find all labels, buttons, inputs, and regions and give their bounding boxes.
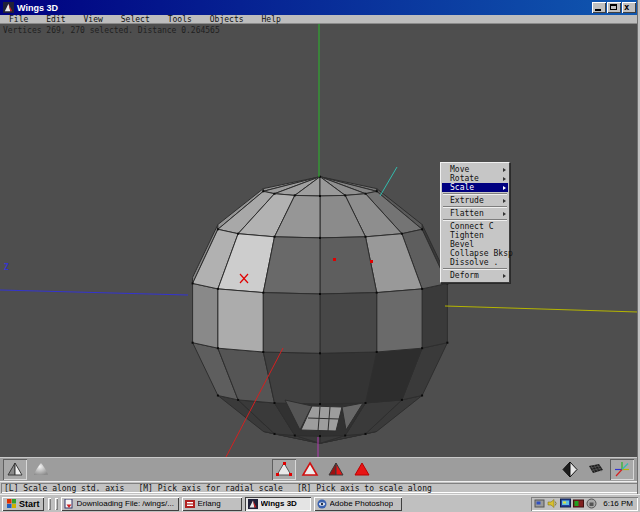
start-button[interactable]: Start: [2, 497, 44, 511]
menu-help[interactable]: Help: [253, 15, 290, 24]
task-erlang[interactable]: Erlang: [182, 497, 242, 511]
submenu-arrow-icon: [503, 186, 506, 190]
axis-label-z: Z: [4, 263, 9, 272]
submenu-arrow-icon: [503, 212, 506, 216]
scene-canvas[interactable]: Z: [0, 24, 640, 457]
minimize-button[interactable]: [592, 2, 606, 13]
task-downloading-file[interactable]: Downloading File: /wings/...: [61, 497, 179, 511]
menu-tools[interactable]: Tools: [159, 15, 201, 24]
status-hint-middle: [M] Pick axis for radial scale: [138, 484, 283, 493]
submenu-arrow-icon: [503, 199, 506, 203]
vertex-select-mode-icon: [275, 461, 293, 478]
status-hint-left: [L] Scale along std. axis: [4, 484, 124, 493]
viewport[interactable]: Z Vertices 269, 270 selected. Distance 0…: [0, 24, 640, 457]
window-title: Wings 3D: [17, 3, 592, 13]
task-wings3d[interactable]: Wings 3D: [245, 497, 311, 511]
erlang-icon: [185, 499, 195, 509]
context-menu-item-connect[interactable]: ConnectC: [442, 222, 508, 231]
quicklaunch-grip[interactable]: [48, 498, 51, 510]
system-tray: 6:16 PM: [531, 497, 638, 511]
context-menu: Move Rotate Scale Extrude Flatten Connec…: [440, 162, 510, 283]
separator: [443, 219, 507, 221]
restore-button[interactable]: [607, 2, 621, 13]
perspective-button[interactable]: [558, 459, 582, 480]
menu-select[interactable]: Select: [112, 15, 159, 24]
show-axes-button[interactable]: [610, 459, 634, 480]
toolbar: [0, 457, 640, 481]
perspective-icon: [561, 461, 579, 478]
status-hint-right: [R] Pick axis to scale along: [297, 484, 432, 493]
status-bar: [L] Scale along std. axis [M] Pick axis …: [0, 481, 640, 494]
menu-objects[interactable]: Objects: [201, 15, 253, 24]
minimize-icon: [595, 9, 601, 11]
context-menu-item-collapse[interactable]: CollapseBksp: [442, 249, 508, 258]
title-bar[interactable]: Wings 3D x: [0, 0, 640, 15]
close-button[interactable]: x: [622, 2, 636, 13]
context-menu-item-extrude[interactable]: Extrude: [442, 196, 508, 205]
windows-logo-icon: [6, 498, 17, 509]
context-menu-item-dissolve[interactable]: Dissolve.: [442, 258, 508, 267]
submenu-arrow-icon: [503, 274, 506, 278]
wings3d-icon: [248, 499, 258, 509]
close-icon: x: [624, 3, 629, 12]
menu-view[interactable]: View: [75, 15, 112, 24]
context-menu-item-scale[interactable]: Scale: [442, 183, 508, 192]
quicklaunch-grip[interactable]: [55, 498, 58, 510]
restore-icon: [610, 4, 617, 10]
clock: 6:16 PM: [603, 499, 633, 508]
tray-device-icon[interactable]: [534, 498, 545, 509]
flat-shading-icon: [6, 461, 24, 478]
tray-network-icon[interactable]: [573, 498, 584, 509]
download-icon: [64, 499, 74, 509]
smooth-shading-icon: [32, 461, 50, 478]
submenu-arrow-icon: [503, 168, 506, 172]
info-line: Vertices 269, 270 selected. Distance 0.2…: [3, 26, 220, 35]
edge-select-mode-icon: [301, 461, 319, 478]
context-menu-item-flatten[interactable]: Flatten: [442, 209, 508, 218]
face-select-mode-button[interactable]: [324, 459, 348, 480]
wings3d-app-icon: [3, 2, 14, 13]
context-menu-item-tighten[interactable]: Tighten: [442, 231, 508, 240]
desktop: Wings 3D x File Edit View Select Tools O…: [0, 0, 640, 512]
context-menu-item-bevel[interactable]: Bevel: [442, 240, 508, 249]
menu-file[interactable]: File: [0, 15, 37, 24]
show-axes-icon: [613, 461, 631, 478]
edge-select-mode-button[interactable]: [298, 459, 322, 480]
vertex-select-mode-button[interactable]: [272, 459, 296, 480]
menu-bar: File Edit View Select Tools Objects Help: [0, 15, 640, 24]
context-menu-item-deform[interactable]: Deform: [442, 271, 508, 280]
flat-shading-button[interactable]: [3, 459, 27, 480]
smooth-shading-button[interactable]: [29, 459, 53, 480]
tray-display-icon[interactable]: [560, 498, 571, 509]
body-select-mode-button[interactable]: [350, 459, 374, 480]
separator: [443, 206, 507, 208]
context-menu-item-rotate[interactable]: Rotate: [442, 174, 508, 183]
wireframe-button[interactable]: [584, 459, 608, 480]
context-menu-item-move[interactable]: Move: [442, 165, 508, 174]
face-select-mode-icon: [327, 461, 345, 478]
submenu-arrow-icon: [503, 177, 506, 181]
body-select-mode-icon: [353, 461, 371, 478]
tray-volume-icon[interactable]: [547, 498, 558, 509]
photoshop-icon: [317, 499, 327, 509]
tray-security-icon[interactable]: [586, 498, 597, 509]
separator: [443, 193, 507, 195]
task-photoshop[interactable]: Adobe Photoshop: [314, 497, 402, 511]
menu-edit[interactable]: Edit: [37, 15, 74, 24]
wireframe-icon: [587, 461, 605, 478]
taskbar: Start Downloading File: /wings/... Erlan…: [0, 494, 640, 512]
separator: [443, 268, 507, 270]
